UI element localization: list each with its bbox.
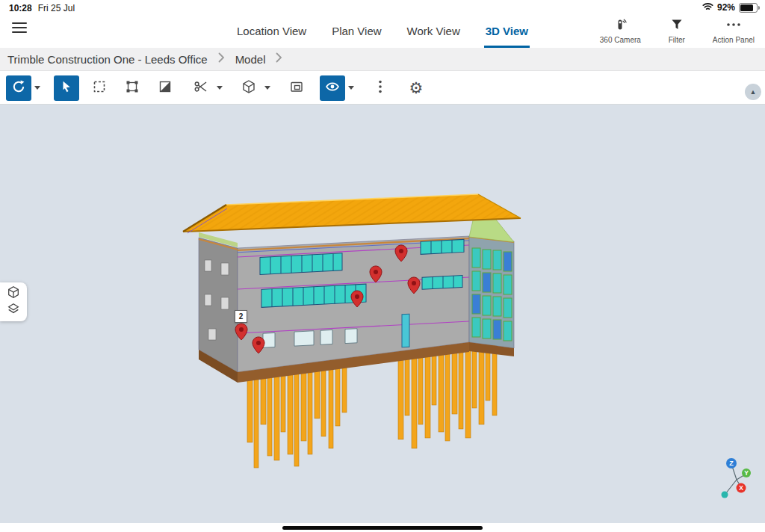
tab-3d-view[interactable]: 3D View [484, 16, 530, 48]
model-toolbar: ⚙ ▲ [0, 72, 765, 105]
orbit-tool-button[interactable] [6, 75, 31, 101]
layers-button[interactable] [0, 302, 27, 318]
pointer-select-button[interactable] [54, 75, 79, 101]
section-box-icon [289, 79, 304, 97]
360-camera-label: 360 Camera [600, 36, 641, 44]
eye-icon [325, 79, 340, 97]
transform-icon [125, 79, 140, 97]
transform-select-button[interactable] [120, 75, 145, 101]
filter-icon [670, 18, 684, 34]
cut-tool-button[interactable] [188, 75, 214, 101]
filter-label: Filter [669, 36, 685, 44]
action-panel-icon [725, 18, 743, 34]
scissors-icon [193, 79, 208, 97]
status-time: 10:28 [9, 3, 32, 13]
axis-x-label: X [739, 484, 743, 492]
axis-gizmo[interactable]: Z Y X [710, 454, 755, 502]
axis-y-label: Y [744, 469, 749, 477]
more-options-button[interactable] [372, 75, 388, 101]
marquee-select-button[interactable] [87, 75, 112, 101]
settings-button[interactable]: ⚙ [403, 75, 429, 101]
breadcrumb-project[interactable]: Trimble Construction One - Leeds Office [7, 53, 208, 66]
section-box-button[interactable] [284, 75, 309, 101]
orbit-icon [11, 79, 26, 97]
axis-origin-dot [722, 492, 728, 498]
building-model[interactable] [0, 105, 765, 523]
clip-plane-button[interactable] [152, 75, 178, 101]
clip-icon [158, 79, 173, 97]
view-tools-panel [0, 282, 27, 321]
chevron-right-icon [218, 52, 225, 66]
status-date: Fri 25 Jul [38, 3, 75, 13]
model-pin[interactable] [394, 244, 408, 262]
360-camera-icon [612, 18, 628, 34]
visibility-caret[interactable] [345, 75, 357, 101]
breadcrumb: Trimble Construction One - Leeds Office … [0, 48, 765, 71]
status-time-date: 10:28Fri 25 Jul [9, 3, 75, 13]
view-tabs: Location View Plan View Work View 3D Vie… [235, 16, 530, 48]
view-cube-button[interactable] [236, 75, 261, 101]
battery-percent: 92% [717, 2, 735, 13]
orbit-tool-caret[interactable] [31, 75, 43, 101]
collapse-toolbar-button[interactable]: ▲ [745, 84, 761, 100]
view-cube-caret[interactable] [261, 75, 273, 101]
model-pin[interactable] [369, 265, 382, 283]
chevron-right-icon [276, 52, 282, 66]
bottom-bar [0, 523, 765, 532]
status-bar: 10:28Fri 25 Jul 92% [0, 0, 765, 16]
tab-plan-view[interactable]: Plan View [330, 16, 382, 48]
model-viewport[interactable]: 2 [0, 105, 765, 523]
model-pin[interactable] [350, 290, 364, 308]
model-pin[interactable] [252, 336, 265, 354]
top-bar: 10:28Fri 25 Jul 92% Location View Plan V… [0, 0, 765, 48]
model-views-button[interactable] [0, 285, 27, 302]
pointer-icon [60, 80, 73, 96]
home-indicator[interactable] [282, 526, 483, 530]
cut-tool-caret[interactable] [214, 75, 226, 101]
filter-button[interactable]: Filter [660, 18, 693, 44]
battery-icon [739, 3, 758, 13]
breadcrumb-model[interactable]: Model [235, 53, 266, 66]
gear-icon: ⚙ [409, 80, 424, 96]
cube-icon [7, 285, 20, 302]
model-pin[interactable] [235, 323, 248, 341]
collapse-up-icon: ▲ [750, 88, 757, 96]
tab-location-view[interactable]: Location View [235, 16, 308, 48]
layers-icon [7, 302, 20, 318]
action-panel-button[interactable]: Action Panel [713, 18, 755, 44]
action-panel-label: Action Panel [713, 36, 755, 44]
axis-z-label: Z [729, 460, 734, 467]
360-camera-button[interactable]: 360 Camera [600, 18, 641, 44]
pin-count-badge: 2 [235, 310, 247, 323]
model-pin[interactable] [407, 276, 421, 294]
marquee-icon [92, 79, 107, 97]
cube-icon [241, 79, 256, 97]
tab-work-view[interactable]: Work View [406, 16, 462, 48]
menu-button[interactable] [12, 22, 27, 34]
wifi-icon [702, 2, 713, 13]
kebab-icon [378, 79, 382, 97]
visibility-button[interactable] [320, 75, 345, 101]
